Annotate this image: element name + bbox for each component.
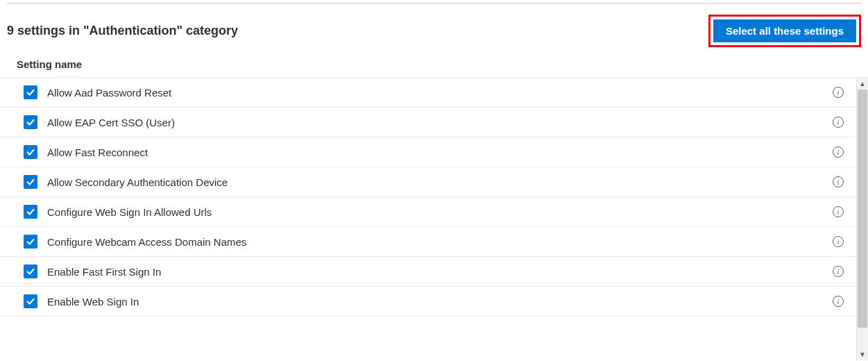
scroll-thumb[interactable] xyxy=(858,90,867,328)
checkbox[interactable] xyxy=(24,175,37,189)
setting-row: Enable Web Sign Ini xyxy=(0,287,856,317)
scroll-down-arrow[interactable]: ▼ xyxy=(857,349,868,360)
info-icon[interactable]: i xyxy=(833,146,844,158)
info-icon[interactable]: i xyxy=(833,206,844,217)
info-icon[interactable]: i xyxy=(833,87,844,98)
checkbox[interactable] xyxy=(24,265,37,278)
header-row: 9 settings in "Authentication" category … xyxy=(0,3,868,56)
setting-label: Allow Fast Reconnect xyxy=(47,146,148,158)
info-icon[interactable]: i xyxy=(833,176,844,187)
info-icon[interactable]: i xyxy=(833,236,844,247)
setting-row: Enable Fast First Sign Ini xyxy=(0,257,856,287)
setting-row: Allow Aad Password Reseti xyxy=(0,78,856,108)
select-all-highlight: Select all these settings xyxy=(708,15,861,47)
scrollbar[interactable]: ▲ ▼ xyxy=(856,78,868,360)
info-icon[interactable]: i xyxy=(833,117,844,128)
setting-label: Allow Secondary Authentication Device xyxy=(47,176,228,188)
setting-label: Allow Aad Password Reset xyxy=(47,87,171,99)
checkbox[interactable] xyxy=(24,205,37,219)
setting-row: Configure Web Sign In Allowed Urlsi xyxy=(0,197,856,227)
setting-label: Configure Web Sign In Allowed Urls xyxy=(47,206,212,218)
setting-label: Configure Webcam Access Domain Names xyxy=(47,236,246,248)
scroll-track[interactable] xyxy=(857,90,868,349)
checkbox[interactable] xyxy=(24,235,37,249)
info-icon[interactable]: i xyxy=(833,266,844,277)
setting-row: Allow Secondary Authentication Devicei xyxy=(0,167,856,197)
checkbox[interactable] xyxy=(24,85,37,99)
setting-label: Allow EAP Cert SSO (User) xyxy=(47,117,175,128)
checkbox[interactable] xyxy=(24,294,37,308)
checkbox[interactable] xyxy=(24,145,37,159)
setting-row: Allow EAP Cert SSO (User)i xyxy=(0,108,856,137)
info-icon[interactable]: i xyxy=(833,296,844,307)
select-all-button[interactable]: Select all these settings xyxy=(713,19,856,42)
column-header-setting-name: Setting name xyxy=(0,56,868,77)
setting-row: Allow Fast Reconnecti xyxy=(0,137,856,167)
checkbox[interactable] xyxy=(24,115,37,129)
setting-label: Enable Web Sign In xyxy=(47,296,139,308)
setting-label: Enable Fast First Sign In xyxy=(47,266,161,278)
settings-list-area: Allow Aad Password ResetiAllow EAP Cert … xyxy=(0,77,868,360)
category-title: 9 settings in "Authentication" category xyxy=(7,24,238,38)
settings-list: Allow Aad Password ResetiAllow EAP Cert … xyxy=(0,78,856,360)
scroll-up-arrow[interactable]: ▲ xyxy=(857,78,868,90)
setting-row: Configure Webcam Access Domain Namesi xyxy=(0,227,856,257)
